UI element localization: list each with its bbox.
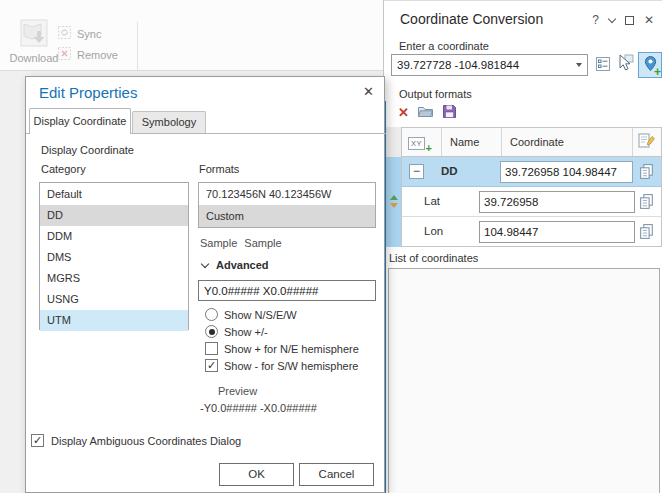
format-item-custom[interactable]: Custom — [199, 205, 375, 227]
sort-up-icon — [390, 195, 398, 200]
coordinate-conversion-panel: Coordinate Conversion ? ✕ Enter a coordi… — [383, 0, 662, 493]
sync-button[interactable]: Sync — [57, 25, 101, 42]
plus-icon: + — [654, 65, 661, 79]
close-icon[interactable]: ✕ — [644, 13, 654, 27]
checkbox-checked-icon[interactable] — [31, 434, 44, 447]
option-label: Show +/- — [224, 326, 268, 338]
output-formats-label: Output formats — [399, 88, 472, 100]
remove-button[interactable]: Remove — [57, 46, 118, 63]
format-item-sample[interactable]: 70.123456N 40.123456W — [199, 183, 375, 205]
list-of-coordinates-label: List of coordinates — [389, 252, 478, 264]
category-label: Category — [41, 163, 86, 175]
chevron-down-icon — [201, 259, 209, 267]
advanced-expander[interactable]: Advanced — [202, 259, 269, 271]
cursor-map-icon — [615, 53, 636, 75]
category-item-ddm[interactable]: DDM — [40, 226, 188, 247]
collapse-expander-icon[interactable]: − — [409, 164, 424, 179]
sync-label: Sync — [77, 28, 101, 40]
help-icon[interactable]: ? — [592, 13, 599, 27]
open-folder-icon[interactable] — [417, 104, 434, 121]
format-row-lat: Lat — [401, 187, 662, 217]
save-icon[interactable] — [442, 104, 457, 121]
copy-icon[interactable] — [638, 193, 656, 211]
category-item-dms[interactable]: DMS — [40, 247, 188, 268]
add-xy-format-icon: XY + — [408, 136, 425, 148]
table-gutter-selected[interactable] — [386, 157, 401, 247]
option-label: Show + for N/E hemisphere — [224, 343, 359, 355]
copy-icon[interactable] — [638, 163, 656, 181]
category-item-dd[interactable]: DD — [40, 205, 188, 226]
close-icon[interactable]: ✕ — [363, 84, 374, 99]
table-gutter-header — [386, 127, 401, 157]
coordinate-input[interactable] — [392, 59, 571, 71]
ribbon-separator — [137, 22, 138, 70]
sort-down-icon — [390, 203, 398, 208]
ambiguous-label: Display Ambiguous Coordinates Dialog — [51, 435, 241, 447]
lon-input[interactable] — [479, 221, 635, 243]
option-label: Show N/S/E/W — [224, 309, 297, 321]
radio-icon[interactable] — [205, 308, 218, 321]
category-item-default[interactable]: Default — [40, 184, 188, 205]
edit-properties-button[interactable] — [633, 128, 661, 156]
tab-display-coordinate[interactable]: Display Coordinate — [29, 108, 131, 134]
dd-coordinate-input[interactable] — [500, 161, 633, 183]
category-item-mgrs[interactable]: MGRS — [40, 268, 188, 289]
radio-checked-icon[interactable] — [205, 325, 218, 338]
coordinate-input-combo — [391, 54, 588, 76]
lat-label: Lat — [424, 195, 440, 207]
preview-value: -Y0.0##### -X0.0##### — [200, 402, 317, 414]
formats-label: Formats — [199, 163, 239, 175]
remove-icon — [57, 46, 72, 63]
format-name: DD — [441, 165, 458, 177]
lat-input[interactable] — [479, 191, 635, 213]
add-format-button[interactable]: XY + — [402, 128, 442, 156]
option-show-plus-ne[interactable]: Show + for N/E hemisphere — [205, 342, 359, 355]
map-point-tool-button[interactable] — [614, 53, 636, 75]
format-pattern-input[interactable] — [198, 280, 376, 301]
lon-label: Lon — [424, 225, 443, 237]
advanced-label: Advanced — [216, 259, 269, 271]
add-point-button[interactable]: + — [638, 52, 662, 78]
download-icon — [19, 38, 49, 50]
checkbox-checked-icon[interactable] — [205, 359, 218, 372]
sample-value: Sample — [244, 237, 281, 249]
delete-format-icon[interactable]: ✕ — [398, 106, 409, 119]
ambiguous-coordinates-option[interactable]: Display Ambiguous Coordinates Dialog — [31, 434, 241, 447]
category-item-usng[interactable]: USNG — [40, 289, 188, 310]
sample-label: Sample — [200, 237, 237, 249]
option-show-plus-minus[interactable]: Show +/- — [205, 325, 268, 338]
history-options-button[interactable] — [593, 55, 612, 74]
column-header-coordinate: Coordinate — [502, 128, 633, 156]
option-show-minus-sw[interactable]: Show - for S/W hemisphere — [205, 359, 359, 372]
coordinates-list[interactable] — [388, 268, 660, 493]
copy-icon[interactable] — [638, 223, 656, 241]
option-show-nsew[interactable]: Show N/S/E/W — [205, 308, 297, 321]
category-list: Default DD DDM DMS MGRS USNG UTM — [39, 182, 189, 330]
download-label: Download — [4, 52, 64, 64]
panel-title: Coordinate Conversion — [400, 11, 543, 27]
checkbox-icon[interactable] — [205, 342, 218, 355]
undock-icon[interactable] — [625, 16, 634, 25]
list-options-icon — [594, 55, 612, 75]
ok-button[interactable]: OK — [219, 463, 294, 486]
cancel-button[interactable]: Cancel — [299, 463, 374, 486]
option-label: Show - for S/W hemisphere — [224, 360, 359, 372]
tab-symbology[interactable]: Symbology — [132, 111, 206, 133]
preview-label: Preview — [218, 385, 257, 397]
format-row-lon: Lon — [401, 217, 662, 247]
sync-icon — [57, 25, 72, 42]
dialog-title: Edit Properties — [39, 84, 137, 101]
remove-label: Remove — [77, 49, 118, 61]
formats-list: 70.123456N 40.123456W Custom — [198, 182, 376, 228]
edit-notes-icon — [637, 132, 657, 152]
download-button[interactable]: Download — [4, 18, 64, 70]
combo-dropdown-icon[interactable] — [576, 63, 582, 67]
enter-coordinate-label: Enter a coordinate — [399, 40, 489, 52]
category-item-utm[interactable]: UTM — [40, 310, 188, 331]
edit-properties-dialog: Edit Properties ✕ Display Coordinate Sym… — [25, 76, 385, 493]
column-header-name: Name — [442, 128, 502, 156]
format-row-dd[interactable]: − DD — [401, 157, 662, 187]
chevron-down-icon[interactable] — [608, 14, 616, 22]
pin-add-icon: + — [643, 55, 658, 76]
output-formats-table-header: XY + Name Coordinate — [401, 127, 662, 157]
